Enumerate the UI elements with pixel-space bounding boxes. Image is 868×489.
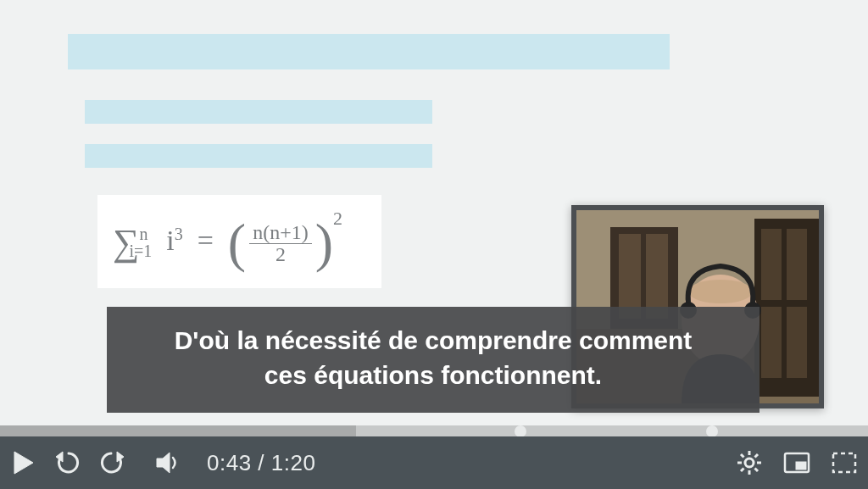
fullscreen-button[interactable] bbox=[821, 436, 868, 489]
caption-overlay: D'où la nécessité de comprendre comment … bbox=[107, 307, 760, 413]
time-separator: / bbox=[252, 450, 271, 475]
chapter-marker[interactable] bbox=[515, 425, 526, 437]
svg-point-11 bbox=[688, 280, 753, 303]
play-button[interactable] bbox=[0, 436, 47, 489]
svg-marker-17 bbox=[157, 453, 170, 473]
svg-rect-7 bbox=[787, 229, 807, 300]
svg-line-23 bbox=[741, 454, 744, 458]
svg-rect-29 bbox=[833, 453, 855, 472]
svg-rect-9 bbox=[787, 307, 807, 378]
caption-line: ces équations fonctionnent. bbox=[132, 358, 734, 393]
pip-icon bbox=[783, 452, 810, 474]
progress-elapsed bbox=[0, 425, 356, 436]
volume-button[interactable] bbox=[144, 436, 192, 489]
caption-line: D'où la nécessité de comprendre comment bbox=[132, 324, 734, 358]
player-controls: 0:43 / 1:20 bbox=[0, 436, 868, 489]
picture-in-picture-button[interactable] bbox=[773, 436, 821, 489]
svg-rect-28 bbox=[796, 462, 806, 470]
slide-title-placeholder bbox=[68, 34, 670, 69]
equation-box: ∑ni=1 i3 = (n(n+1)2)2 bbox=[97, 195, 381, 288]
svg-rect-4 bbox=[646, 234, 668, 319]
svg-line-24 bbox=[755, 469, 759, 472]
equation: ∑ni=1 i3 = (n(n+1)2)2 bbox=[113, 208, 342, 275]
video-player-stage: ∑ni=1 i3 = (n(n+1)2)2 D bbox=[0, 0, 868, 489]
svg-rect-6 bbox=[761, 229, 782, 300]
svg-rect-8 bbox=[761, 307, 782, 378]
settings-button[interactable] bbox=[726, 436, 773, 489]
slide-bullet-placeholder bbox=[85, 144, 432, 168]
timecode: 0:43 / 1:20 bbox=[207, 450, 315, 476]
volume-icon bbox=[155, 451, 181, 475]
rewind-10-button[interactable] bbox=[47, 436, 90, 489]
play-icon bbox=[13, 450, 35, 475]
current-time: 0:43 bbox=[207, 450, 252, 475]
chapter-marker[interactable] bbox=[706, 425, 718, 437]
slide-bullet-placeholder bbox=[85, 100, 432, 124]
svg-marker-14 bbox=[14, 452, 33, 474]
duration: 1:20 bbox=[271, 450, 316, 475]
fullscreen-icon bbox=[832, 452, 857, 474]
svg-line-26 bbox=[755, 454, 759, 458]
rewind-icon bbox=[54, 448, 83, 477]
svg-point-18 bbox=[745, 458, 754, 467]
gear-icon bbox=[737, 450, 762, 475]
svg-rect-3 bbox=[619, 234, 641, 319]
forward-10-button[interactable] bbox=[90, 436, 132, 489]
progress-bar[interactable] bbox=[0, 425, 868, 436]
svg-line-25 bbox=[741, 469, 744, 472]
forward-icon bbox=[97, 448, 125, 477]
